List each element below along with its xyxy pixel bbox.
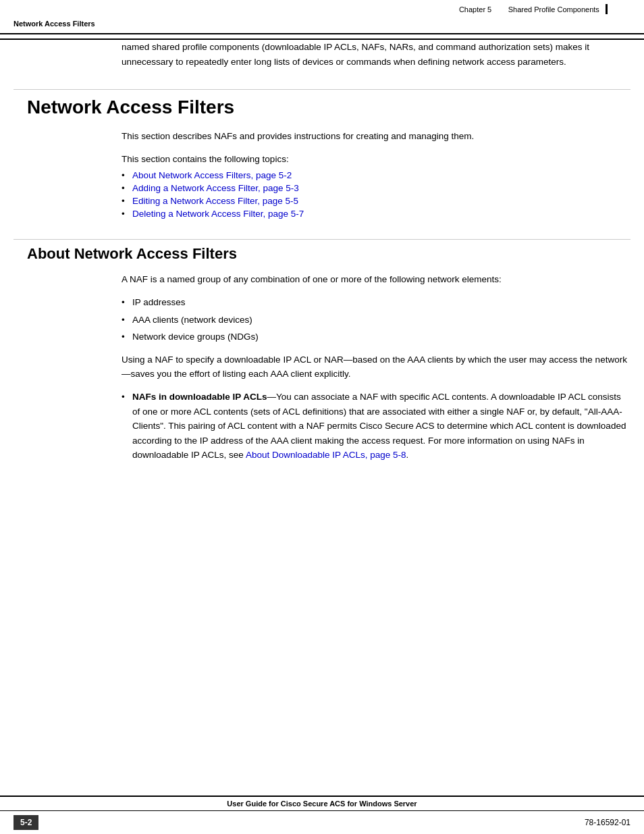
main-section-heading: Network Access Filters — [14, 89, 630, 118]
elements-list: IP addresses AAA clients (network device… — [122, 295, 630, 344]
section-line: Network Access Filters — [0, 17, 644, 34]
content-area: named shared profile components (downloa… — [0, 40, 644, 463]
page-section-label: Network Access Filters — [14, 20, 95, 28]
about-intro-text: A NAF is a named group of any combinatio… — [122, 272, 630, 287]
intro-text: named shared profile components (downloa… — [122, 40, 630, 69]
chapter-title: Shared Profile Components — [508, 5, 599, 14]
bold-bullet-end: . — [406, 450, 409, 460]
list-item: IP addresses — [122, 295, 630, 310]
doc-number-text: 78-16592-01 — [585, 818, 630, 827]
footer-bottom: 5-2 78-16592-01 — [0, 811, 644, 834]
list-item: Adding a Network Access Filter, page 5-3 — [122, 183, 630, 193]
list-item: AAA clients (network devices) — [122, 313, 630, 328]
guide-title-text: User Guide for Cisco Secure ACS for Wind… — [227, 800, 417, 808]
page-number-text: 5-2 — [20, 818, 32, 827]
page-number: 5-2 — [14, 815, 38, 830]
usage-paragraph: Using a NAF to specify a downloadable IP… — [122, 355, 627, 380]
intro-paragraph: named shared profile components (downloa… — [122, 42, 589, 67]
list-item: Editing a Network Access Filter, page 5-… — [122, 196, 630, 206]
about-section-title: About Network Access Filters — [27, 245, 237, 262]
topics-list-items: About Network Access Filters, page 5-2 A… — [122, 170, 630, 219]
list-item: Deleting a Network Access Filter, page 5… — [122, 209, 630, 219]
element-item-2: Network device groups (NDGs) — [132, 332, 259, 342]
about-section-heading: About Network Access Filters — [14, 239, 630, 263]
chapter-number: Chapter 5 — [459, 5, 491, 14]
page-footer: User Guide for Cisco Secure ACS for Wind… — [0, 796, 644, 834]
adding-naf-link[interactable]: Adding a Network Access Filter, page 5-3 — [132, 183, 299, 193]
chapter-label: Chapter 5 Shared Profile Components — [459, 4, 610, 14]
usage-text: Using a NAF to specify a downloadable IP… — [122, 353, 630, 382]
section-description-text-1: This section describes NAFs and provides… — [122, 131, 474, 141]
editing-naf-link[interactable]: Editing a Network Access Filter, page 5-… — [132, 196, 298, 206]
element-item-0: IP addresses — [132, 297, 186, 307]
about-naf-link[interactable]: About Network Access Filters, page 5-2 — [132, 170, 292, 180]
chapter-line: Chapter 5 Shared Profile Components — [0, 0, 644, 17]
section-desc-1: This section describes NAFs and provides… — [122, 129, 630, 144]
bold-bullet-section: NAFs in downloadable IP ACLs—You can ass… — [122, 390, 630, 463]
section-desc-2: This section contains the following topi… — [122, 152, 630, 167]
document-number: 78-16592-01 — [585, 818, 630, 827]
deleting-naf-link[interactable]: Deleting a Network Access Filter, page 5… — [132, 209, 304, 219]
list-item: Network device groups (NDGs) — [122, 330, 630, 344]
elements-bullet-list: IP addresses AAA clients (network device… — [122, 295, 630, 344]
page-header: Chapter 5 Shared Profile Components Netw… — [0, 0, 644, 40]
bold-bullet-title: NAFs in downloadable IP ACLs — [132, 392, 267, 402]
main-section-title: Network Access Filters — [27, 97, 234, 118]
nafs-downloadable-item: NAFs in downloadable IP ACLs—You can ass… — [122, 390, 630, 463]
section-description-text-2: This section contains the following topi… — [122, 154, 289, 164]
page-container: Chapter 5 Shared Profile Components Netw… — [0, 0, 644, 834]
chapter-border-indicator — [606, 4, 610, 14]
element-item-1: AAA clients (network devices) — [132, 315, 252, 325]
about-intro-paragraph: A NAF is a named group of any combinatio… — [122, 274, 502, 284]
topics-list: About Network Access Filters, page 5-2 A… — [122, 170, 630, 219]
about-downloadable-link[interactable]: About Downloadable IP ACLs, page 5-8 — [246, 450, 406, 460]
footer-guide-title: User Guide for Cisco Secure ACS for Wind… — [0, 797, 644, 811]
list-item: About Network Access Filters, page 5-2 — [122, 170, 630, 180]
